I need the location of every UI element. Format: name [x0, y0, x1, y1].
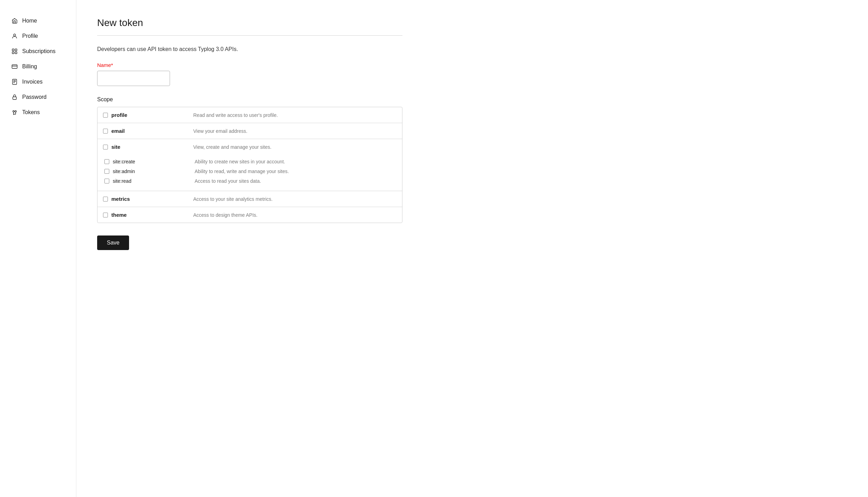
svg-rect-11	[13, 97, 17, 100]
scope-site-checkbox[interactable]	[103, 145, 108, 149]
scope-metrics-name: metrics	[111, 196, 130, 202]
divider	[97, 35, 402, 36]
sidebar-item-profile[interactable]: Profile	[7, 29, 69, 43]
sidebar-item-subscriptions[interactable]: Subscriptions	[7, 44, 69, 58]
scope-theme-checkbox[interactable]	[103, 213, 108, 217]
scope-site-read-name: site:read	[113, 178, 131, 184]
scope-profile-name-col: profile	[103, 112, 193, 118]
sidebar-item-home-label: Home	[22, 18, 37, 24]
scope-site-create-name-col: site:create	[104, 159, 195, 164]
sidebar-item-tokens-label: Tokens	[22, 109, 40, 115]
scope-email-desc: View your email address.	[193, 128, 397, 134]
user-icon	[11, 33, 18, 40]
svg-point-0	[14, 34, 16, 36]
svg-rect-7	[12, 79, 17, 85]
scope-row-theme: theme Access to design theme APIs.	[97, 207, 402, 223]
sidebar-item-password[interactable]: Password	[7, 90, 69, 104]
scope-label: Scope	[97, 96, 402, 103]
sidebar-item-billing-label: Billing	[22, 63, 37, 70]
sidebar-item-password-label: Password	[22, 94, 46, 100]
sidebar-item-invoices-label: Invoices	[22, 79, 43, 85]
svg-rect-3	[12, 52, 14, 54]
sidebar-item-subscriptions-label: Subscriptions	[22, 48, 56, 54]
sidebar-item-billing[interactable]: Billing	[7, 60, 69, 74]
scope-site-read-name-col: site:read	[104, 178, 195, 184]
scope-row-site: site View, create and manage your sites.	[97, 139, 402, 155]
description: Developers can use API token to access T…	[97, 46, 402, 52]
scope-site-admin-row: site:admin Ability to read, write and ma…	[97, 166, 402, 176]
scope-theme-name: theme	[111, 212, 127, 218]
scope-site-create-name: site:create	[113, 159, 135, 164]
scope-profile-checkbox[interactable]	[103, 113, 108, 118]
password-icon	[11, 94, 18, 101]
svg-rect-4	[15, 52, 17, 54]
page-title: New token	[97, 17, 402, 28]
scope-metrics-checkbox[interactable]	[103, 197, 108, 202]
scope-site-create-checkbox[interactable]	[104, 159, 109, 164]
name-input[interactable]	[97, 71, 170, 86]
sidebar-item-profile-label: Profile	[22, 33, 38, 39]
sidebar-item-invoices[interactable]: Invoices	[7, 75, 69, 89]
scope-site-name-col: site	[103, 144, 193, 150]
scope-row-site-group: site View, create and manage your sites.…	[97, 139, 402, 191]
scope-theme-name-col: theme	[103, 212, 193, 218]
scope-table: profile Read and write access to user's …	[97, 107, 402, 223]
main-content: New token Developers can use API token t…	[76, 0, 423, 497]
tokens-icon	[11, 109, 18, 116]
scope-site-read-desc: Access to read your sites data.	[195, 178, 402, 184]
scope-row-metrics: metrics Access to your site analytics me…	[97, 191, 402, 207]
invoices-icon	[11, 78, 18, 85]
svg-rect-5	[12, 65, 17, 69]
scope-profile-name: profile	[111, 112, 127, 118]
svg-point-13	[15, 111, 17, 112]
scope-site-admin-desc: Ability to read, write and manage your s…	[195, 169, 402, 174]
grid-icon	[11, 48, 18, 55]
scope-profile-desc: Read and write access to user's profile.	[193, 112, 397, 118]
scope-email-checkbox[interactable]	[103, 129, 108, 134]
svg-rect-2	[15, 49, 17, 51]
scope-site-admin-name-col: site:admin	[104, 169, 195, 174]
scope-site-children: site:create Ability to create new sites …	[97, 155, 402, 191]
scope-site-read-checkbox[interactable]	[104, 179, 109, 183]
svg-rect-1	[12, 49, 14, 51]
home-icon	[11, 17, 18, 24]
scope-email-name: email	[111, 128, 125, 134]
scope-metrics-name-col: metrics	[103, 196, 193, 202]
name-label: Name*	[97, 62, 402, 68]
scope-site-admin-name: site:admin	[113, 169, 135, 174]
sidebar-item-home[interactable]: Home	[7, 14, 69, 28]
sidebar: Home Profile Subscriptions Billing Invoi…	[0, 0, 76, 497]
scope-metrics-desc: Access to your site analytics metrics.	[193, 196, 397, 202]
scope-site-read-row: site:read Access to read your sites data…	[97, 176, 402, 186]
billing-icon	[11, 63, 18, 70]
scope-site-desc: View, create and manage your sites.	[193, 144, 397, 150]
scope-site-create-desc: Ability to create new sites in your acco…	[195, 159, 402, 164]
scope-site-create-row: site:create Ability to create new sites …	[97, 157, 402, 166]
scope-row-email: email View your email address.	[97, 123, 402, 139]
scope-row-profile: profile Read and write access to user's …	[97, 107, 402, 123]
sidebar-item-tokens[interactable]: Tokens	[7, 105, 69, 119]
scope-theme-desc: Access to design theme APIs.	[193, 212, 397, 218]
scope-email-name-col: email	[103, 128, 193, 134]
save-button[interactable]: Save	[97, 235, 129, 250]
scope-site-admin-checkbox[interactable]	[104, 169, 109, 174]
scope-site-name: site	[111, 144, 120, 150]
